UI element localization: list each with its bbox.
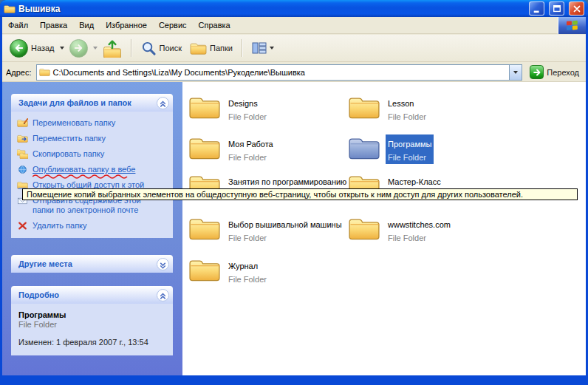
folder-icon	[348, 94, 380, 120]
chevron-up-icon	[158, 290, 168, 300]
menu-tools[interactable]: Сервис	[153, 17, 193, 33]
copy-folder-icon	[17, 149, 28, 159]
tooltip: Помещение копий выбранных элементов на о…	[22, 188, 578, 200]
go-button[interactable]: Переход	[527, 65, 582, 79]
task-rename-folder[interactable]: Переименовать папку	[17, 118, 170, 128]
file-name: Моя Работа	[228, 140, 273, 149]
panel-title: Подробно	[18, 290, 157, 299]
file-name: Мастер-Класс	[388, 177, 441, 186]
menu-favorites[interactable]: Избранное	[100, 17, 153, 33]
file-name: wwwstitches.com	[388, 220, 451, 229]
address-label: Адрес:	[6, 68, 32, 77]
back-label: Назад	[31, 44, 55, 52]
menu-edit[interactable]: Правка	[34, 17, 73, 33]
folders-icon	[190, 41, 207, 55]
forward-dropdown-icon[interactable]	[93, 47, 98, 50]
panel-title: Другие места	[18, 259, 157, 268]
rename-folder-icon	[17, 118, 28, 128]
task-publish-folder-web[interactable]: Опубликовать папку в вебе	[17, 165, 170, 174]
panel-details: Подробно Программы File Folder Изменен: …	[11, 286, 173, 355]
file-name: Lesson	[388, 99, 414, 108]
main-area: Задачи для файлов и папок Переименовать …	[2, 82, 586, 375]
explorer-window: Вышивка Файл Правка Вид Избранное Сервис…	[0, 0, 588, 385]
search-label: Поиск	[160, 44, 182, 52]
file-type: File Folder	[228, 153, 267, 162]
details-body: Программы File Folder Изменен: 1 февраля…	[11, 304, 173, 355]
delete-icon	[17, 221, 28, 231]
file-tile-selected[interactable]: Программы File Folder	[348, 134, 507, 167]
search-icon	[141, 41, 157, 56]
file-tile[interactable]: Моя Работа File Folder	[188, 134, 347, 167]
task-delete-folder[interactable]: Удалить папку	[17, 221, 170, 231]
views-icon	[252, 41, 267, 55]
file-name: Журнал	[228, 262, 258, 270]
go-label: Переход	[547, 68, 579, 77]
chevron-down-icon	[158, 259, 168, 269]
views-button[interactable]	[249, 40, 277, 56]
panel-details-header[interactable]: Подробно	[11, 286, 173, 304]
menu-help[interactable]: Справка	[193, 17, 236, 33]
details-modified: Изменен: 1 февраля 2007 г., 13:54	[18, 338, 165, 347]
details-type: File Folder	[18, 320, 165, 329]
file-name: Designs	[228, 99, 258, 108]
maximize-button[interactable]	[549, 1, 564, 16]
toolbar: Назад Поиск	[2, 35, 586, 62]
panel-other-places: Другие места	[11, 255, 173, 273]
file-type: File Folder	[228, 112, 267, 121]
panel-file-tasks: Задачи для файлов и папок Переименовать …	[11, 94, 173, 238]
address-combobox[interactable]: C:\Documents and Settings\Liza\My Docume…	[36, 64, 523, 81]
folder-icon-selected	[348, 134, 380, 161]
window-folder-icon	[4, 4, 16, 14]
back-icon	[10, 39, 28, 58]
address-path: C:\Documents and Settings\Liza\My Docume…	[53, 68, 305, 77]
address-bar: Адрес: C:\Documents and Settings\Liza\My…	[2, 63, 586, 82]
minimize-button[interactable]	[529, 1, 544, 16]
panel-file-tasks-header[interactable]: Задачи для файлов и папок	[11, 94, 173, 112]
expand-button[interactable]	[157, 258, 169, 270]
collapse-button[interactable]	[157, 97, 169, 109]
menu-bar: Файл Правка Вид Избранное Сервис Справка	[2, 17, 586, 34]
file-name: Выбор вышивальной машины	[228, 220, 342, 229]
file-tile[interactable]: Designs File Folder	[188, 94, 347, 126]
address-dropdown-button[interactable]	[509, 65, 522, 80]
red-squiggle-annotation	[33, 174, 130, 180]
up-icon	[103, 39, 122, 58]
title-bar[interactable]: Вышивка	[0, 0, 588, 17]
file-type: File Folder	[388, 234, 426, 242]
file-list-area[interactable]: Designs File Folder Lesson File Folder М…	[182, 82, 586, 375]
file-tile[interactable]: wwwstitches.com File Folder	[348, 215, 507, 248]
folders-label: Папки	[210, 44, 233, 52]
file-name: Занятия по программированию	[228, 177, 346, 186]
menu-file[interactable]: Файл	[2, 17, 34, 33]
move-folder-icon	[17, 134, 28, 143]
address-folder-icon	[39, 67, 50, 77]
go-arrow-icon	[530, 65, 544, 79]
panel-file-tasks-body: Переименовать папку Переместить папку	[11, 112, 173, 238]
file-type: File Folder	[388, 112, 426, 121]
windows-logo	[558, 17, 586, 34]
folders-button[interactable]: Папки	[187, 40, 236, 57]
views-dropdown-icon[interactable]	[270, 47, 274, 50]
task-copy-folder[interactable]: Скопировать папку	[17, 149, 170, 159]
window-title: Вышивка	[18, 4, 524, 14]
panel-other-places-header[interactable]: Другие места	[11, 255, 173, 273]
file-name: Программы	[388, 140, 431, 149]
close-button[interactable]	[569, 1, 584, 16]
search-button[interactable]: Поиск	[138, 39, 185, 58]
menu-view[interactable]: Вид	[73, 17, 100, 33]
back-dropdown-icon[interactable]	[60, 47, 64, 50]
file-tile[interactable]: Журнал File Folder	[188, 256, 347, 289]
file-type: File Folder	[228, 275, 267, 284]
up-button[interactable]	[100, 38, 125, 59]
forward-icon	[69, 39, 88, 58]
publish-web-icon	[17, 165, 28, 174]
toolbar-separator	[131, 39, 132, 57]
back-button[interactable]: Назад	[7, 38, 58, 59]
folder-icon	[348, 215, 380, 242]
task-move-folder[interactable]: Переместить папку	[17, 134, 170, 143]
file-tile[interactable]: Lesson File Folder	[348, 94, 507, 126]
collapse-button[interactable]	[157, 289, 169, 301]
folder-icon	[188, 134, 221, 161]
file-tile[interactable]: Выбор вышивальной машины File Folder	[188, 215, 347, 248]
forward-button[interactable]	[66, 38, 91, 59]
